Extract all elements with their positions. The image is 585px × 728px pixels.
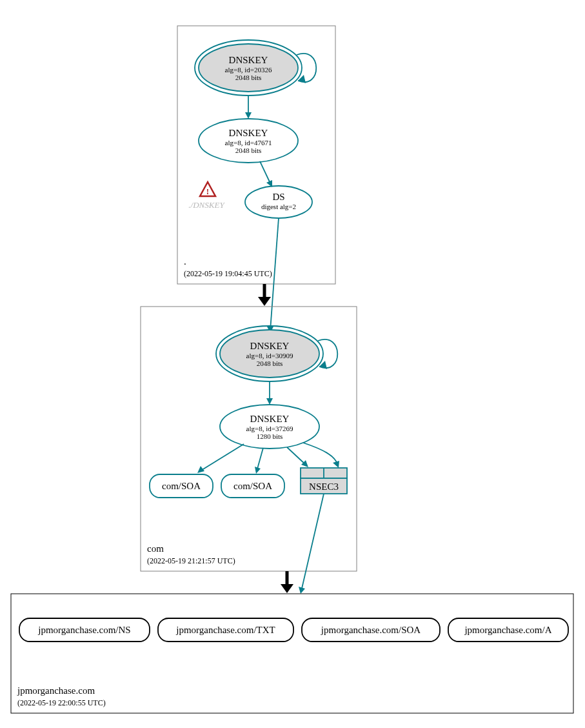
svg-marker-14 (266, 398, 273, 405)
com-zsk-title: DNSKEY (250, 414, 290, 424)
com-zsk-node: DNSKEY alg=8, id=37269 1280 bits (220, 405, 319, 449)
root-zsk-node: DNSKEY alg=8, id=47671 2048 bits (199, 119, 298, 163)
com-nsec3-node: NSEC3 (301, 468, 347, 494)
com-ksk-line2: 2048 bits (257, 359, 283, 367)
edge-root-zsk-ds (260, 161, 271, 185)
root-ds-title: DS (272, 192, 284, 202)
com-ksk-line1: alg=8, id=30909 (246, 352, 293, 359)
svg-marker-4 (245, 112, 252, 119)
edge-com-zsk-soa1 (200, 444, 244, 471)
root-ksk-title: DNSKEY (229, 55, 268, 65)
svg-marker-18 (255, 467, 261, 474)
edge-com-ksk-selfloop (318, 339, 337, 368)
root-ksk-node: DNSKEY alg=8, id=20326 2048 bits (195, 40, 302, 96)
root-zsk-title: DNSKEY (229, 128, 268, 138)
zone-box-leaf (11, 594, 573, 713)
dnssec-diagram: . (2022-05-19 19:04:45 UTC) DNSKEY alg=8… (0, 0, 585, 728)
leaf-rr-soa: jpmorganchase.com/SOA (302, 618, 440, 642)
svg-marker-8 (258, 297, 271, 306)
leaf-rr-a: jpmorganchase.com/A (448, 618, 568, 642)
leaf-rr-txt: jpmorganchase.com/TXT (158, 618, 293, 642)
com-ksk-title: DNSKEY (250, 341, 290, 351)
com-soa1-label: com/SOA (162, 481, 201, 491)
com-nsec3-label: NSEC3 (309, 481, 339, 492)
zone-com-timestamp: (2022-05-19 21:21:57 UTC) (147, 556, 235, 565)
com-soa1-node: com/SOA (150, 474, 213, 498)
com-soa2-node: com/SOA (221, 474, 284, 498)
root-warning: ! ./DNSKEY (188, 182, 225, 210)
svg-marker-23 (333, 461, 339, 468)
leaf-rr-ns-label: jpmorganchase.com/NS (37, 625, 130, 635)
root-ksk-line1: alg=8, id=20326 (225, 66, 272, 74)
zone-leaf-name: jpmorganchase.com (17, 685, 95, 696)
svg-marker-25 (299, 587, 305, 594)
edge-com-zsk-nsec3-b (303, 443, 338, 465)
root-ds-line1: digest alg=2 (261, 203, 296, 210)
root-ds-node: DS digest alg=2 (245, 186, 312, 218)
edge-root-ksk-selfloop (297, 54, 316, 82)
zone-com-name: com (147, 543, 164, 554)
edge-nsec3-to-leaf (301, 494, 324, 591)
zone-root-timestamp: (2022-05-19 19:04:45 UTC) (184, 269, 272, 278)
com-soa2-label: com/SOA (233, 481, 272, 491)
zone-root-name: . (184, 256, 186, 267)
root-warning-label: ./DNSKEY (188, 200, 225, 210)
leaf-rr-ns: jpmorganchase.com/NS (19, 618, 150, 642)
svg-text:!: ! (206, 187, 209, 196)
com-ksk-node: DNSKEY alg=8, id=30909 2048 bits (216, 326, 323, 381)
root-zsk-line1: alg=8, id=47671 (225, 139, 272, 147)
zone-leaf-timestamp: (2022-05-19 22:00:55 UTC) (17, 698, 106, 707)
svg-point-5 (245, 186, 312, 218)
leaf-rr-txt-label: jpmorganchase.com/TXT (175, 625, 275, 635)
root-zsk-line2: 2048 bits (235, 147, 262, 154)
com-zsk-line1: alg=8, id=37269 (246, 425, 293, 432)
root-ksk-line2: 2048 bits (235, 74, 262, 81)
leaf-rr-soa-label: jpmorganchase.com/SOA (321, 625, 421, 635)
leaf-rr-a-label: jpmorganchase.com/A (464, 625, 551, 635)
com-zsk-line2: 1280 bits (257, 432, 283, 440)
svg-marker-24 (281, 584, 293, 593)
